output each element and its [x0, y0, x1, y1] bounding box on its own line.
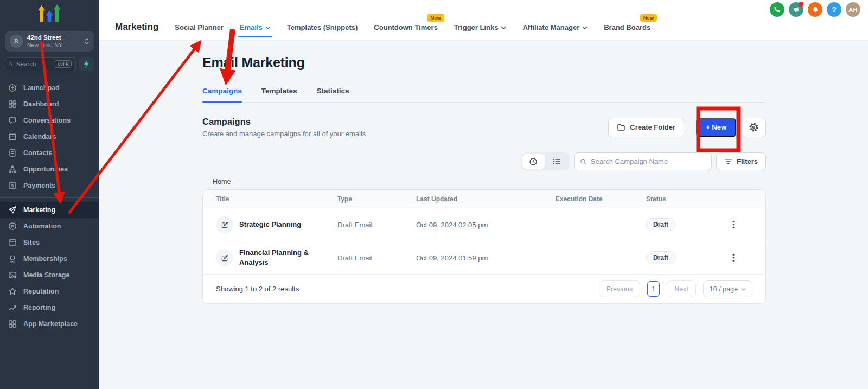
- draft-edit-icon: [216, 216, 233, 233]
- main-content: Email Marketing Campaigns Templates Stat…: [99, 41, 868, 389]
- location-switcher[interactable]: 42nd Street New York, NY: [5, 31, 94, 52]
- new-button[interactable]: + New: [696, 118, 736, 137]
- tab-statistics[interactable]: Statistics: [317, 87, 349, 102]
- page-number[interactable]: 1: [647, 281, 660, 297]
- sidebar-item-payments[interactable]: $ Payments: [0, 177, 99, 194]
- question-mark-icon: ?: [832, 5, 837, 14]
- filters-label: Filters: [737, 157, 758, 165]
- sidebar-item-label: Media Storage: [23, 271, 69, 279]
- notifications-button[interactable]: [808, 2, 822, 17]
- sidebar-item-app-marketplace[interactable]: App Marketplace: [0, 316, 99, 332]
- sidebar-item-label: Conversations: [23, 117, 71, 124]
- history-view-button[interactable]: [522, 154, 545, 169]
- page-size-select[interactable]: 10 / page: [703, 280, 752, 297]
- previous-page-button[interactable]: Previous: [599, 280, 641, 297]
- tab-affiliate-manager[interactable]: Affiliate Manager: [522, 23, 588, 31]
- quick-actions-button[interactable]: [79, 57, 94, 71]
- topbar: Marketing Social Planner Emails Template…: [99, 0, 868, 41]
- launchpad-icon: [8, 84, 17, 92]
- user-avatar[interactable]: AH: [846, 2, 860, 17]
- dashboard-icon: [8, 100, 17, 109]
- campaign-search-input[interactable]: [591, 157, 706, 165]
- sidebar-item-reporting[interactable]: Reporting: [0, 299, 99, 316]
- sidebar-item-label: Payments: [23, 182, 55, 189]
- pagination: Previous 1 Next 10 / page: [599, 280, 752, 297]
- campaign-title-cell[interactable]: Financial Planning & Analysis: [216, 248, 337, 267]
- phone-button[interactable]: [770, 2, 784, 17]
- svg-text:$: $: [11, 183, 14, 188]
- sidebar: 42nd Street New York, NY ctrl K: [0, 0, 99, 389]
- search-icon: [580, 158, 587, 165]
- megaphone-icon: [793, 6, 800, 14]
- topnav-title: Marketing: [115, 22, 158, 33]
- view-toggle: [521, 152, 570, 170]
- table-controls: Filters: [202, 152, 766, 170]
- section-subtitle: Create and manage campaigns for all of y…: [202, 130, 366, 138]
- gear-icon: [749, 122, 759, 132]
- tab-label: Social Planner: [175, 23, 224, 31]
- location-user-icon: [10, 35, 23, 48]
- create-folder-button[interactable]: Create Folder: [608, 118, 684, 137]
- campaign-title-cell[interactable]: Strategic Planning: [216, 216, 337, 233]
- sidebar-item-memberships[interactable]: Memberships: [0, 251, 99, 267]
- results-summary: Showing 1 to 2 of 2 results: [216, 285, 299, 293]
- tab-label: Countdown Timers: [374, 23, 437, 31]
- clock-icon: [529, 157, 538, 166]
- sidebar-item-automation[interactable]: Automation: [0, 218, 99, 234]
- contacts-icon: [8, 149, 17, 157]
- page-size-value: 10 / page: [710, 285, 738, 293]
- sidebar-item-sites[interactable]: Sites: [0, 234, 99, 251]
- sidebar-item-launchpad[interactable]: Launchpad: [0, 80, 99, 96]
- row-actions-menu[interactable]: [714, 253, 752, 262]
- status-badge: Draft: [646, 218, 675, 231]
- new-button-label: + New: [706, 123, 726, 131]
- payments-icon: $: [8, 181, 17, 190]
- settings-button[interactable]: [742, 118, 766, 137]
- location-name: 42nd Street: [27, 34, 62, 41]
- filters-button[interactable]: Filters: [716, 152, 766, 170]
- help-button[interactable]: ?: [827, 2, 841, 17]
- sidebar-item-media-storage[interactable]: Media Storage: [0, 267, 99, 283]
- sidebar-item-label: Contacts: [23, 149, 52, 157]
- sidebar-item-conversations[interactable]: Conversations: [0, 112, 99, 129]
- media-storage-icon: [8, 271, 17, 279]
- column-last-updated: Last Updated: [416, 195, 556, 203]
- tab-countdown-timers[interactable]: Countdown Timers New: [374, 23, 437, 31]
- tab-templates[interactable]: Templates: [261, 87, 297, 102]
- sidebar-item-label: Reputation: [23, 288, 59, 295]
- tab-social-planner[interactable]: Social Planner: [175, 23, 224, 31]
- table-header: Title Type Last Updated Execution Date S…: [203, 190, 765, 208]
- campaign-last-updated: Oct 09, 2024 02:05 pm: [416, 221, 556, 229]
- tab-emails[interactable]: Emails: [240, 23, 271, 31]
- search-icon: [9, 61, 13, 67]
- list-view-button[interactable]: [545, 154, 569, 169]
- breadcrumb[interactable]: Home: [202, 178, 766, 186]
- tab-trigger-links[interactable]: Trigger Links: [454, 23, 507, 31]
- filter-icon: [724, 158, 732, 165]
- location-city: New York, NY: [27, 42, 62, 48]
- sidebar-item-reputation[interactable]: Reputation: [0, 283, 99, 299]
- send-icon: [8, 206, 17, 214]
- sidebar-item-dashboard[interactable]: Dashboard: [0, 96, 99, 112]
- next-page-button[interactable]: Next: [667, 280, 696, 297]
- section-header: Campaigns Create and manage campaigns fo…: [202, 117, 766, 138]
- column-execution-date: Execution Date: [556, 195, 646, 203]
- sidebar-search-input[interactable]: [16, 61, 52, 67]
- sidebar-item-opportunities[interactable]: Opportunities: [0, 161, 99, 177]
- row-actions-menu[interactable]: [714, 220, 752, 229]
- memberships-icon: [8, 254, 17, 263]
- tab-brand-boards[interactable]: Brand Boards New: [604, 23, 650, 31]
- sidebar-item-contacts[interactable]: Contacts: [0, 145, 99, 161]
- opportunities-icon: [8, 165, 17, 174]
- sidebar-item-calendars[interactable]: Calendars: [0, 129, 99, 145]
- new-badge: New: [640, 14, 658, 22]
- sidebar-item-label: Dashboard: [23, 100, 59, 108]
- status-badge: Draft: [646, 251, 675, 264]
- announcements-button[interactable]: [789, 2, 803, 17]
- sidebar-item-label: Sites: [23, 239, 40, 246]
- sidebar-item-marketing[interactable]: Marketing: [0, 202, 99, 218]
- sidebar-search[interactable]: ctrl K: [5, 57, 76, 71]
- campaign-search[interactable]: [574, 152, 712, 170]
- tab-templates-snippets[interactable]: Templates (Snippets): [287, 23, 358, 31]
- tab-campaigns[interactable]: Campaigns: [202, 87, 242, 102]
